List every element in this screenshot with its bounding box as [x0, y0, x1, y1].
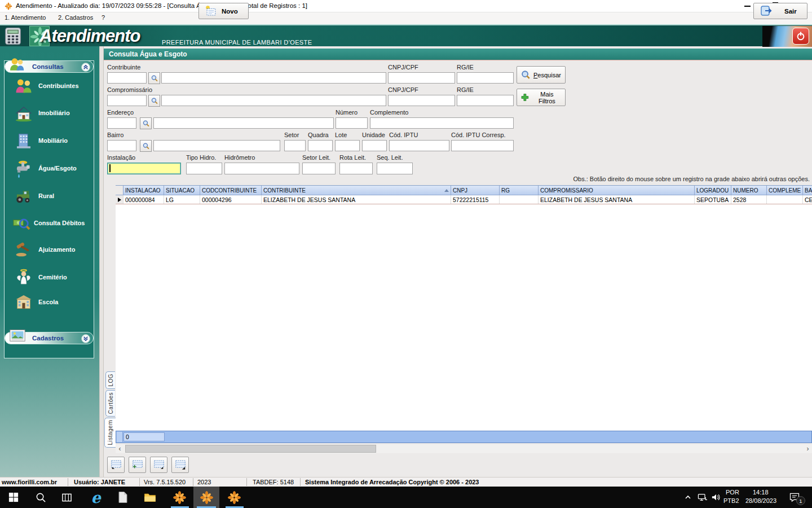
numero-label: Número	[336, 109, 358, 116]
endereco-search-button[interactable]	[140, 117, 152, 129]
start-button[interactable]	[2, 487, 25, 508]
grid-header-row: INSTALACAO SITUACAO CODCONTRIBUINTE CONT…	[116, 186, 812, 195]
cell-numero[interactable]: 2528	[731, 195, 767, 204]
notification-badge: 1	[796, 496, 805, 505]
contribuinte-search-button[interactable]	[148, 72, 160, 84]
cell-cnpj[interactable]: 57222215115	[451, 195, 500, 204]
scrollbar-thumb[interactable]	[125, 445, 376, 453]
cell-compromissario[interactable]: ELIZABETH DE JESUS SANTANA	[539, 195, 695, 204]
endereco-name-input[interactable]	[153, 117, 334, 129]
grid-nav-button-4[interactable]	[171, 457, 189, 473]
column-header[interactable]: COMPROMISSARIO	[539, 186, 695, 195]
tab-listagem[interactable]: Listagem	[104, 418, 116, 448]
grid-data-row[interactable]: 000000084 LG 000004296 ELIZABETH DE JESU…	[116, 195, 812, 204]
cell-logradouro[interactable]: SEPOTUBA	[695, 195, 731, 204]
taskbar-fiorilli-app-1[interactable]	[168, 487, 191, 508]
menu-help[interactable]: ?	[102, 14, 105, 21]
seq-leit-input[interactable]	[377, 163, 413, 174]
taskbar-file-explorer[interactable]	[139, 487, 161, 508]
complemento-input[interactable]	[370, 117, 514, 129]
sidebar-item-label: Mobiliário	[38, 137, 68, 144]
lote-input[interactable]	[335, 140, 360, 151]
tray-language-line1[interactable]: POR	[726, 489, 739, 496]
collapse-consultas-button[interactable]	[81, 63, 90, 72]
grid-nav-button-3[interactable]	[150, 457, 167, 473]
taskbar-fiorilli-app-3[interactable]	[223, 487, 245, 508]
mais-filtros-button[interactable]: Mais Filtros	[517, 89, 566, 106]
tray-clock-time[interactable]: 14:18	[753, 489, 769, 496]
quadra-input[interactable]	[308, 140, 333, 151]
endereco-code-input[interactable]	[107, 117, 136, 129]
numero-input[interactable]	[336, 117, 368, 129]
taskbar-app-generic[interactable]	[112, 487, 134, 508]
tab-log[interactable]: LOG	[105, 371, 115, 389]
setor-leit-input[interactable]	[302, 163, 336, 174]
cell-bairro[interactable]: CE	[803, 195, 812, 204]
cell-complemento[interactable]	[767, 195, 803, 204]
hidrometro-input[interactable]	[224, 163, 299, 174]
instalacao-label: Instalação	[107, 154, 135, 161]
sidebar-splitter[interactable]	[99, 46, 104, 477]
horizontal-scrollbar[interactable]: ‹ ›	[116, 444, 812, 453]
taskbar-fiorilli-app-2-active[interactable]	[193, 487, 219, 508]
grid-nav-button-1[interactable]	[107, 457, 125, 473]
column-header-sorted[interactable]: CONTRIBUINTE	[262, 186, 451, 195]
column-header[interactable]: RG	[500, 186, 539, 195]
cell-instalacao[interactable]: 000000084	[123, 195, 164, 204]
tray-show-hidden-button[interactable]	[680, 487, 696, 508]
cell-rg[interactable]	[500, 195, 539, 204]
grid-nav-button-2[interactable]	[129, 457, 146, 473]
tray-language-line2[interactable]: PTB2	[723, 497, 739, 504]
contribuinte-code-input[interactable]	[107, 72, 147, 84]
taskbar-internet-explorer[interactable]: e	[85, 487, 107, 508]
contribuinte-rg-input[interactable]	[457, 72, 514, 84]
compromissario-cnpj-input[interactable]	[388, 95, 455, 106]
column-header[interactable]: BA	[803, 186, 812, 195]
expand-cadastros-button[interactable]	[81, 334, 90, 343]
unidade-input[interactable]	[362, 140, 387, 151]
sair-button[interactable]: Sair	[753, 3, 807, 19]
taskbar-search-button[interactable]	[29, 487, 52, 508]
tipo-hidro-input[interactable]	[186, 163, 222, 174]
tab-cartoes[interactable]: Cartões	[105, 390, 115, 417]
bairro-name-input[interactable]	[153, 140, 280, 151]
column-header[interactable]: LOGRADOU	[695, 186, 731, 195]
column-header[interactable]: INSTALACAO	[123, 186, 164, 195]
setor-input[interactable]	[284, 140, 306, 151]
contribuinte-name-input[interactable]	[161, 72, 386, 84]
cod-iptu-input[interactable]	[389, 140, 449, 151]
cell-situacao[interactable]: LG	[164, 195, 200, 204]
cell-contribuinte[interactable]: ELIZABETH DE JESUS SANTANA	[262, 195, 451, 204]
menu-atendimento[interactable]: 1. Atendimento	[5, 14, 46, 21]
scroll-right-button[interactable]: ›	[804, 444, 812, 453]
magnifier-icon	[142, 120, 150, 128]
cell-codcontribuinte[interactable]: 000004296	[200, 195, 262, 204]
speaker-icon	[711, 493, 721, 502]
column-header[interactable]: CODCONTRIBUINTE	[200, 186, 262, 195]
bairro-code-input[interactable]	[107, 140, 136, 151]
tray-clock-date[interactable]: 28/08/2023	[745, 497, 776, 504]
pesquisar-button[interactable]: Pesquisar	[517, 66, 566, 84]
rota-leit-input[interactable]	[339, 163, 373, 174]
compromissario-rg-input[interactable]	[457, 95, 514, 106]
column-header[interactable]: COMPLEME	[767, 186, 803, 195]
task-view-button[interactable]	[55, 487, 78, 508]
calculator-icon	[4, 27, 22, 45]
column-header[interactable]: NUMERO	[731, 186, 767, 195]
compromissario-code-input[interactable]	[107, 95, 147, 106]
tray-volume-icon[interactable]	[708, 487, 724, 508]
compromissario-search-button[interactable]	[148, 95, 160, 107]
footer-count-field[interactable]	[123, 432, 165, 441]
column-header[interactable]: SITUACAO	[164, 186, 200, 195]
instalacao-input[interactable]	[107, 163, 181, 174]
contribuinte-cnpj-input[interactable]	[388, 72, 455, 84]
bairro-search-button[interactable]	[140, 140, 152, 152]
menu-cadastros[interactable]: 2. Cadastros	[58, 14, 93, 21]
scroll-left-button[interactable]: ‹	[116, 444, 124, 453]
novo-button[interactable]: Novo	[198, 3, 249, 19]
column-header[interactable]: CNPJ	[451, 186, 500, 195]
cod-iptu-corresp-input[interactable]	[451, 140, 514, 151]
network-icon	[698, 493, 708, 502]
power-exit-button[interactable]	[792, 28, 809, 45]
compromissario-name-input[interactable]	[161, 95, 386, 106]
